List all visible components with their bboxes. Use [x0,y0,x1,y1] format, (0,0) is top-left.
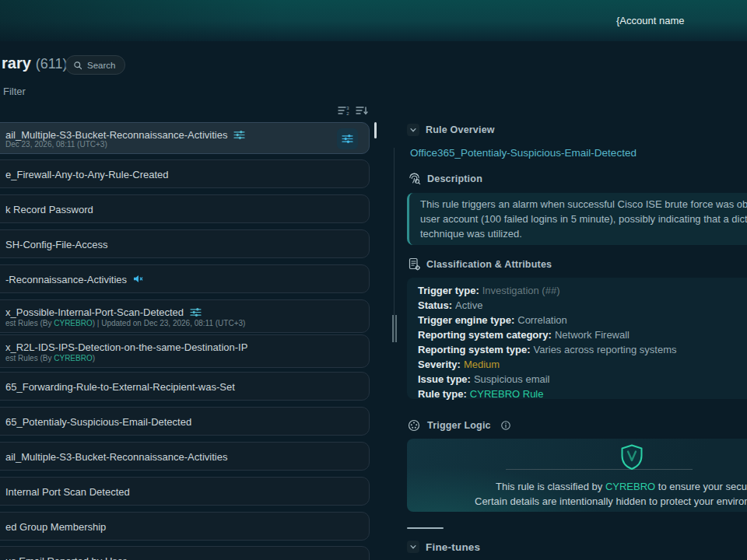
cyrebro-brand-text: CYREBRO [54,354,92,362]
sliders-icon [190,307,202,317]
attribute-label: Trigger engine type: [418,314,514,326]
document-gear-icon [408,257,420,271]
rule-title-link[interactable]: Office365_Potentialy-Suspicious-Email-De… [410,147,637,159]
trigger-logic-header: Trigger Logic [407,418,511,432]
info-icon[interactable] [500,420,511,431]
description-line: This rule triggers an alarm when success… [420,198,747,210]
attribute-label: Trigger type: [418,285,479,296]
attribute-value: Network Firewall [555,329,630,341]
rule-card-title: us Email Reported by User [5,555,126,560]
rule-card[interactable]: SH-Config-File-Access [0,229,370,258]
fine-tunes-header[interactable]: Fine-tunes [407,541,480,553]
rule-card[interactable]: 65_Forwarding-Rule-to-External-Recipient… [0,372,370,401]
rule-card-title: x_Possible-Internal-Port-Scan-Detected [5,306,202,318]
attribute-row: Reporting system category:Network Firewa… [418,329,630,341]
chevron-down-icon[interactable] [407,541,419,553]
logic-text-line2: Certain details are intentionally hidden… [475,495,747,507]
attribute-value: Varies across reporting systems [533,344,676,355]
section-divider [407,527,444,529]
attribute-row: Issue type:Suspicious email [418,373,549,385]
classification-header: Classification & Attributes [408,257,552,271]
svg-text:3: 3 [346,106,349,110]
rule-card-title: ed Group Membership [5,520,106,532]
panel-divider [394,148,395,342]
rule-card[interactable]: us Email Reported by User [0,546,370,560]
rule-card-title: e_Firewall-Any-to-Any-Rule-Created [5,168,169,180]
attribute-row: Trigger engine type:Correlation [418,314,567,326]
fine-tunes-label: Fine-tunes [426,541,480,553]
description-line: technique was utilized. [420,228,522,240]
rule-card-title: Internal Port Scan Detected [5,485,130,497]
rules-count: (611) [36,56,68,72]
trigger-logic-box: This rule is classified by CYREBRO to en… [407,439,747,512]
attribute-label: Reporting system category: [418,329,552,341]
rule-card-subtitle: est Rules (By CYREBRO) [5,354,95,362]
rule-card[interactable]: x_R2L-IDS-IPS-Detection-on-the-same-Dest… [0,334,370,368]
attribute-label: Issue type: [418,373,471,385]
attribute-value: Active [455,299,482,311]
page-title-text: rary [2,54,31,72]
rule-overview-header[interactable]: Rule Overview [407,124,495,136]
attribute-value: Correlation [517,314,567,326]
search-label: Search [87,61,115,70]
cyrebro-brand-text: CYREBRO [54,319,92,327]
sort-numeric-icon[interactable]: 3 2 [338,105,350,116]
rule-card-title: ail_Multiple-S3-Bucket-Reconnaissance-Ac… [5,129,245,141]
rule-card[interactable]: ail_Multiple-S3-Bucket-Reconnaissance-Ac… [0,442,370,471]
attribute-value: CYREBRO Rule [470,388,544,400]
attribute-value: Medium [464,359,500,370]
rule-card-title: ail_Multiple-S3-Bucket-Reconnaissance-Ac… [5,450,227,462]
trigger-logic-label: Trigger Logic [427,420,491,431]
description-box: This rule triggers an alarm when success… [407,193,747,245]
attributes-box: Trigger type:Investigation (##)Status:Ac… [407,278,747,399]
attribute-label: Rule type: [418,388,467,400]
attribute-value: Investigation (##) [482,285,560,296]
description-header: Description [408,172,482,185]
list-sort-controls: 3 2 [338,105,368,116]
rule-card-title: 65_Potentialy-Suspicious-Email-Detected [5,415,191,427]
rule-card[interactable]: Internal Port Scan Detected [0,477,370,506]
rule-card-title: SH-Config-File-Access [5,238,107,250]
rule-card[interactable]: ed Group Membership [0,512,370,541]
shield-divider-line [506,469,693,470]
panel-divider-handle[interactable] [392,315,397,342]
svg-text:2: 2 [346,111,349,116]
filter-label[interactable]: Filter [3,86,26,97]
rule-overview-label: Rule Overview [426,124,495,135]
chip-icon [407,418,421,432]
attribute-label: Status: [418,299,452,311]
sliders-icon [342,134,353,144]
search-icon [73,61,82,70]
cyrebro-shield-icon [620,444,644,471]
page-title: rary(611) [2,54,68,72]
description-label: Description [427,173,482,184]
sliders-icon [233,130,245,140]
account-name-label[interactable]: {Account name [616,15,684,26]
mute-icon [133,275,143,284]
rule-card[interactable]: -Reconnaissance-Activities [0,264,370,293]
attribute-label: Severity: [418,359,461,370]
list-scrollbar-thumb[interactable] [374,122,377,138]
chevron-down-icon[interactable] [407,124,419,136]
rule-card-title: x_R2L-IDS-IPS-Detection-on-the-same-Dest… [5,341,247,353]
rule-card-subtitle: Dec 23, 2026, 08:11 (UTC+3) [5,140,107,149]
description-line: user account (100 failed logins in 5 min… [420,213,747,225]
attribute-row: Trigger type:Investigation (##) [418,285,559,296]
rule-card[interactable]: k Record Password [0,194,370,223]
rule-settings-button[interactable] [337,128,358,149]
cyrebro-brand-text: CYREBRO [605,481,655,492]
rule-card[interactable]: ail_Multiple-S3-Bucket-Reconnaissance-Ac… [0,122,370,154]
rule-card[interactable]: x_Possible-Internal-Port-Scan-Detectedes… [0,299,370,333]
search-button[interactable]: Search [65,55,125,75]
attribute-row: Severity:Medium [418,359,500,370]
rule-card-title: k Record Password [5,203,93,215]
rule-card-title: 65_Forwarding-Rule-to-External-Recipient… [5,380,235,392]
fingerprint-search-icon [408,172,421,185]
rule-card[interactable]: 65_Potentialy-Suspicious-Email-Detected [0,407,370,436]
attribute-value: Suspicious email [474,373,550,385]
sort-descending-icon[interactable] [356,105,368,116]
rule-card[interactable]: e_Firewall-Any-to-Any-Rule-Created [0,159,370,188]
classification-label: Classification & Attributes [426,259,552,270]
attribute-row: Status:Active [418,299,482,311]
attribute-label: Reporting system type: [418,344,530,355]
